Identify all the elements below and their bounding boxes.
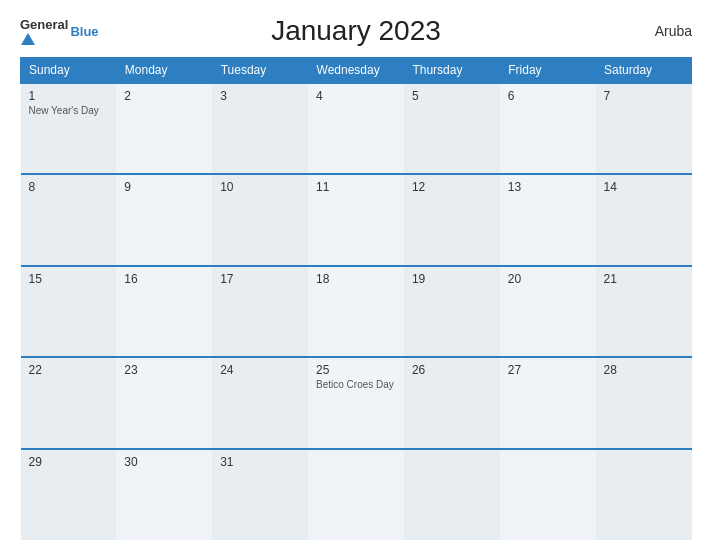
day-number: 23 bbox=[124, 363, 204, 377]
col-saturday: Saturday bbox=[596, 58, 692, 84]
day-number: 16 bbox=[124, 272, 204, 286]
calendar-cell: 1New Year's Day bbox=[21, 83, 117, 174]
day-number: 26 bbox=[412, 363, 492, 377]
calendar-cell: 27 bbox=[500, 357, 596, 448]
calendar-cell: 12 bbox=[404, 174, 500, 265]
calendar-cell: 7 bbox=[596, 83, 692, 174]
calendar-cell: 10 bbox=[212, 174, 308, 265]
day-number: 29 bbox=[29, 455, 109, 469]
col-wednesday: Wednesday bbox=[308, 58, 404, 84]
col-friday: Friday bbox=[500, 58, 596, 84]
day-number: 1 bbox=[29, 89, 109, 103]
calendar-cell: 28 bbox=[596, 357, 692, 448]
day-number: 22 bbox=[29, 363, 109, 377]
calendar-cell: 18 bbox=[308, 266, 404, 357]
logo-blue-text: Blue bbox=[70, 25, 98, 38]
col-thursday: Thursday bbox=[404, 58, 500, 84]
calendar-cell: 2 bbox=[116, 83, 212, 174]
calendar-cell: 26 bbox=[404, 357, 500, 448]
calendar-cell: 21 bbox=[596, 266, 692, 357]
calendar-cell: 25Betico Croes Day bbox=[308, 357, 404, 448]
col-tuesday: Tuesday bbox=[212, 58, 308, 84]
day-number: 12 bbox=[412, 180, 492, 194]
calendar-cell: 30 bbox=[116, 449, 212, 540]
calendar-cell bbox=[500, 449, 596, 540]
day-number: 15 bbox=[29, 272, 109, 286]
calendar-cell: 3 bbox=[212, 83, 308, 174]
calendar-week-row: 891011121314 bbox=[21, 174, 692, 265]
day-number: 11 bbox=[316, 180, 396, 194]
day-number: 8 bbox=[29, 180, 109, 194]
calendar-cell: 13 bbox=[500, 174, 596, 265]
day-number: 9 bbox=[124, 180, 204, 194]
day-number: 31 bbox=[220, 455, 300, 469]
calendar-title: January 2023 bbox=[271, 15, 441, 47]
day-number: 21 bbox=[604, 272, 684, 286]
calendar-cell: 31 bbox=[212, 449, 308, 540]
day-number: 5 bbox=[412, 89, 492, 103]
calendar-cell: 6 bbox=[500, 83, 596, 174]
day-number: 3 bbox=[220, 89, 300, 103]
calendar-cell: 11 bbox=[308, 174, 404, 265]
calendar-header-row: Sunday Monday Tuesday Wednesday Thursday… bbox=[21, 58, 692, 84]
calendar-cell: 22 bbox=[21, 357, 117, 448]
header: General Blue January 2023 Aruba bbox=[20, 15, 692, 47]
calendar-cell: 14 bbox=[596, 174, 692, 265]
calendar-cell: 24 bbox=[212, 357, 308, 448]
calendar-cell bbox=[404, 449, 500, 540]
calendar-table: Sunday Monday Tuesday Wednesday Thursday… bbox=[20, 57, 692, 540]
calendar-cell: 4 bbox=[308, 83, 404, 174]
calendar-cell: 17 bbox=[212, 266, 308, 357]
calendar-cell: 5 bbox=[404, 83, 500, 174]
logo: General Blue bbox=[20, 15, 99, 47]
calendar-cell: 19 bbox=[404, 266, 500, 357]
day-number: 27 bbox=[508, 363, 588, 377]
logo-general-text: General bbox=[20, 17, 68, 32]
calendar-cell bbox=[308, 449, 404, 540]
day-number: 4 bbox=[316, 89, 396, 103]
day-number: 25 bbox=[316, 363, 396, 377]
day-number: 2 bbox=[124, 89, 204, 103]
day-number: 24 bbox=[220, 363, 300, 377]
calendar-cell: 20 bbox=[500, 266, 596, 357]
country-label: Aruba bbox=[655, 23, 692, 39]
holiday-label: New Year's Day bbox=[29, 105, 109, 116]
holiday-label: Betico Croes Day bbox=[316, 379, 396, 390]
day-number: 10 bbox=[220, 180, 300, 194]
day-number: 14 bbox=[604, 180, 684, 194]
calendar-cell: 9 bbox=[116, 174, 212, 265]
calendar-week-row: 293031 bbox=[21, 449, 692, 540]
day-number: 7 bbox=[604, 89, 684, 103]
day-number: 28 bbox=[604, 363, 684, 377]
day-number: 19 bbox=[412, 272, 492, 286]
calendar-week-row: 1New Year's Day234567 bbox=[21, 83, 692, 174]
day-number: 17 bbox=[220, 272, 300, 286]
calendar-cell bbox=[596, 449, 692, 540]
logo-triangle-icon bbox=[21, 33, 35, 45]
calendar-week-row: 15161718192021 bbox=[21, 266, 692, 357]
calendar-cell: 29 bbox=[21, 449, 117, 540]
col-monday: Monday bbox=[116, 58, 212, 84]
day-number: 18 bbox=[316, 272, 396, 286]
calendar-cell: 8 bbox=[21, 174, 117, 265]
calendar-cell: 15 bbox=[21, 266, 117, 357]
day-number: 13 bbox=[508, 180, 588, 194]
day-number: 20 bbox=[508, 272, 588, 286]
col-sunday: Sunday bbox=[21, 58, 117, 84]
calendar-cell: 23 bbox=[116, 357, 212, 448]
calendar-week-row: 22232425Betico Croes Day262728 bbox=[21, 357, 692, 448]
page: General Blue January 2023 Aruba Sunday M… bbox=[0, 0, 712, 550]
day-number: 30 bbox=[124, 455, 204, 469]
day-number: 6 bbox=[508, 89, 588, 103]
calendar-cell: 16 bbox=[116, 266, 212, 357]
